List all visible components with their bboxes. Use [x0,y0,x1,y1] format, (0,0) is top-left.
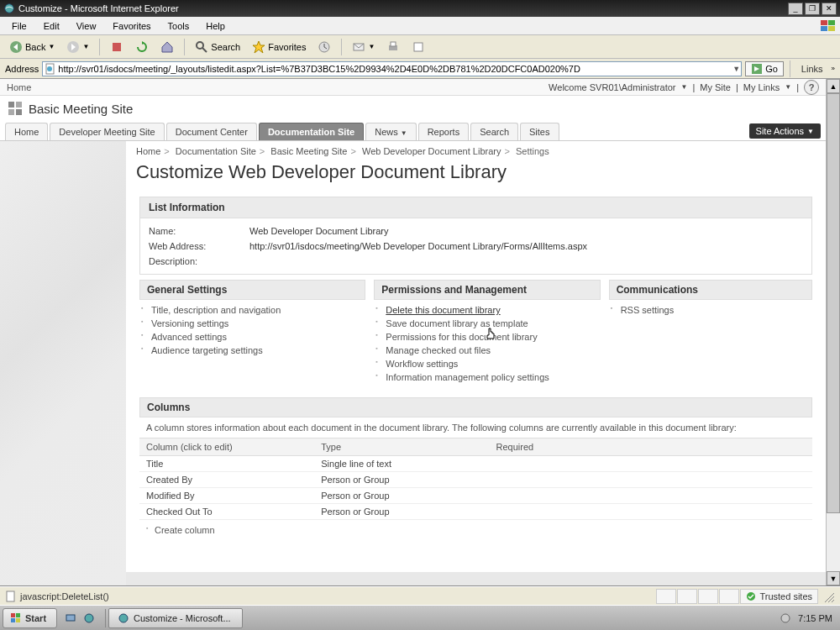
scroll-up-icon[interactable]: ▲ [827,79,840,93]
browser-viewport: Home Welcome SVR01\Administrator▼ | My S… [0,79,840,586]
help-icon[interactable]: ? [804,80,819,95]
bc-home[interactable]: Home [136,146,160,156]
link-title-desc-nav[interactable]: Title, description and navigation [139,303,365,317]
mysite-link[interactable]: My Site [700,82,731,92]
permissions-col: Permissions and Management Delete this d… [374,280,600,384]
bc-settings: Settings [516,146,549,156]
tab-reports[interactable]: Reports [418,123,470,140]
history-button[interactable] [313,38,335,56]
back-button[interactable]: Back ▼ [5,38,59,56]
status-text: javascript:DeleteList() [20,591,109,601]
tab-documentation-site[interactable]: Documentation Site [259,123,364,140]
links-label[interactable]: Links [796,64,828,74]
bc-docsite[interactable]: Documentation Site [176,146,256,156]
window-titlebar: Customize - Microsoft Internet Explorer … [0,0,840,17]
site-title[interactable]: Basic Meeting Site [29,102,133,116]
link-delete-library[interactable]: Delete this document library [374,303,600,317]
ql-ie-icon[interactable] [81,610,97,627]
start-button[interactable]: Start [3,608,57,628]
tab-sites[interactable]: Sites [520,123,559,140]
scroll-thumb[interactable] [827,93,840,513]
link-checkedout[interactable]: Manage checked out files [374,344,600,357]
scroll-track[interactable] [827,93,840,571]
minimize-button[interactable]: _ [788,3,803,15]
link-versioning[interactable]: Versioning settings [139,317,365,330]
favorites-button[interactable]: Favorites [248,38,310,56]
go-icon [751,63,763,75]
topbar-home-link[interactable]: Home [7,82,31,92]
col-name[interactable]: Title [139,456,314,472]
edit-button[interactable] [407,38,429,56]
go-button[interactable]: Go [745,61,784,76]
status-cell [677,589,697,604]
col-name[interactable]: Checked Out To [139,504,314,520]
address-input[interactable] [42,61,742,76]
svg-rect-20 [8,109,14,115]
bc-library[interactable]: Web Developer Document Library [362,146,501,156]
columns-panel: Columns A column stores information abou… [139,397,812,535]
link-workflow[interactable]: Workflow settings [374,357,600,370]
mail-icon [352,40,365,54]
forward-button[interactable]: ▼ [62,38,93,56]
scroll-down-icon[interactable]: ▼ [827,571,840,585]
tab-search[interactable]: Search [470,123,518,140]
site-actions-menu[interactable]: Site Actions▼ [749,123,821,139]
menu-view[interactable]: View [68,18,105,34]
status-cell [698,589,718,604]
link-rss[interactable]: RSS settings [609,303,812,317]
top-nav-tabs: Home Developer Meeting Site Document Cen… [0,121,826,141]
menu-tools[interactable]: Tools [160,18,198,34]
resize-grip-icon[interactable] [822,590,835,603]
welcome-label[interactable]: Welcome SVR01\Administrator [549,82,675,92]
tray-icon[interactable] [780,612,791,624]
history-icon [318,40,331,54]
ql-desktop-icon[interactable] [62,610,79,627]
tab-dev-meeting[interactable]: Developer Meeting Site [50,123,164,140]
mail-button[interactable]: ▼ [348,38,379,56]
status-cell [719,589,739,604]
home-icon [160,40,174,54]
tab-news[interactable]: News▼ [365,123,416,140]
link-advanced[interactable]: Advanced settings [139,330,365,344]
address-bar: Address ▼ Go Links » [0,59,840,79]
link-audience[interactable]: Audience targeting settings [139,344,365,357]
col-name[interactable]: Modified By [139,488,314,504]
create-column-link[interactable]: Create column [139,520,812,535]
columns-table: Column (click to edit) Type Required Tit… [139,438,812,520]
print-button[interactable] [382,38,404,56]
permissions-header: Permissions and Management [374,280,600,300]
refresh-button[interactable] [131,38,153,56]
tab-home[interactable]: Home [5,123,48,140]
svg-point-34 [781,614,790,622]
system-tray: 7:15 PM [774,612,837,624]
maximize-button[interactable]: ❐ [805,3,820,15]
svg-point-8 [197,42,203,49]
menu-edit[interactable]: Edit [35,18,68,34]
address-label: Address [5,64,39,74]
clock[interactable]: 7:15 PM [798,613,832,623]
mylinks-link[interactable]: My Links [743,82,780,92]
menu-file[interactable]: File [3,18,35,34]
left-background [0,141,126,585]
sp-topbar: Home Welcome SVR01\Administrator▼ | My S… [0,79,826,96]
search-button[interactable]: Search [191,38,244,56]
breadcrumb: Home> Documentation Site> Basic Meeting … [126,141,826,161]
link-infopolicy[interactable]: Information management policy settings [374,370,600,384]
link-permissions[interactable]: Permissions for this document library [374,330,600,344]
svg-point-32 [85,614,93,622]
taskbar-task[interactable]: Customize - Microsoft... [108,608,243,628]
home-button[interactable] [156,38,178,56]
page-title: Customize Web Developer Document Library [126,161,826,192]
check-icon [746,591,756,601]
menu-help[interactable]: Help [197,18,234,34]
close-button[interactable]: ✕ [822,3,837,15]
col-name[interactable]: Created By [139,472,314,488]
address-dropdown-icon[interactable]: ▼ [732,65,740,73]
bc-basicsite[interactable]: Basic Meeting Site [270,146,347,156]
vertical-scrollbar[interactable]: ▲ ▼ [826,79,840,585]
link-save-template[interactable]: Save document library as template [374,317,600,330]
stop-button[interactable] [106,38,128,56]
tab-doc-center[interactable]: Document Center [166,123,257,140]
menu-favorites[interactable]: Favorites [104,18,159,34]
svg-rect-13 [391,42,396,46]
